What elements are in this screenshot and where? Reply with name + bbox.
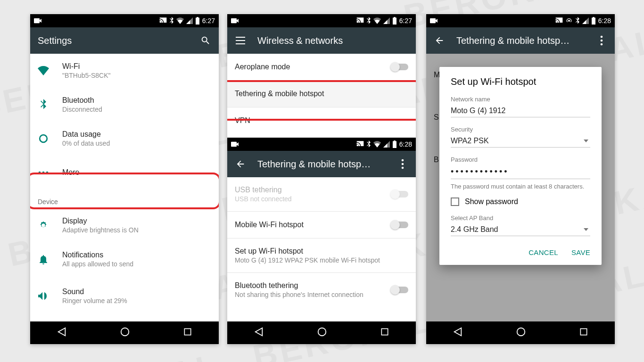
nav-bar: [227, 321, 416, 344]
row-subtitle: Ringer volume at 29%: [62, 297, 211, 304]
data-usage-icon: [38, 133, 49, 144]
brightness-icon: [38, 220, 49, 230]
more-vert-icon[interactable]: [397, 158, 408, 170]
row-title: More: [62, 168, 211, 177]
save-button[interactable]: SAVE: [571, 248, 590, 256]
row-setup-hotspot[interactable]: Set up Wi-Fi hotspot Moto G (4) 1912 WPA…: [227, 239, 416, 272]
back-arrow-icon[interactable]: [235, 158, 246, 170]
network-name-input[interactable]: Moto G (4) 1912: [451, 105, 590, 117]
camera-icon: [231, 141, 239, 147]
show-password-row[interactable]: Show password: [451, 197, 590, 206]
row-title: Notifications: [62, 251, 211, 259]
bell-icon: [38, 254, 49, 264]
svg-rect-9: [381, 329, 388, 335]
row-bluetooth[interactable]: Bluetooth Disconnected: [30, 88, 219, 122]
appbar-title: Wireless & networks: [257, 35, 408, 46]
wifi-icon: [176, 17, 184, 24]
row-title: Sound: [62, 288, 211, 296]
field-network-name[interactable]: Network name Moto G (4) 1912: [451, 96, 590, 117]
row-mobile-hotspot[interactable]: Mobile Wi-Fi hotspot: [227, 212, 416, 238]
svg-rect-4: [184, 329, 190, 335]
appbar-settings: Settings: [30, 27, 219, 54]
row-tethering[interactable]: Tethering & mobile hotspot: [227, 81, 416, 107]
status-bar: 6:27: [30, 14, 219, 27]
row-subtitle: USB not connected: [235, 195, 378, 203]
security-dropdown[interactable]: WPA2 PSK: [451, 135, 590, 148]
toggle-bluetooth-tethering[interactable]: [391, 287, 408, 293]
cast-icon: [356, 17, 364, 24]
field-password[interactable]: Password ••••••••••••: [451, 156, 590, 179]
recent-icon[interactable]: [183, 327, 192, 338]
row-title: Display: [62, 217, 211, 225]
status-time: 6:27: [399, 17, 412, 25]
row-wifi[interactable]: Wi-Fi "BTHub5-S8CK": [30, 54, 219, 88]
field-label: Password: [451, 156, 590, 163]
recent-icon[interactable]: [579, 327, 588, 338]
svg-point-7: [402, 167, 404, 169]
home-icon[interactable]: [317, 327, 327, 339]
ap-band-dropdown[interactable]: 2.4 GHz Band: [451, 223, 590, 236]
row-usb-tethering: USB tethering USB not connected: [227, 177, 416, 211]
back-icon[interactable]: [453, 327, 463, 339]
row-title: Data usage: [62, 130, 211, 139]
svg-point-6: [402, 163, 404, 165]
row-more[interactable]: More: [30, 156, 219, 189]
battery-icon: [392, 140, 397, 148]
camera-icon: [34, 18, 41, 24]
dialog-actions: CANCEL SAVE: [451, 245, 590, 260]
toggle-usb-tethering: [391, 191, 408, 197]
svg-rect-15: [580, 329, 586, 335]
bluetooth-icon: [366, 140, 371, 148]
appbar-title: Settings: [38, 35, 189, 46]
phone-screenshot-3: 6:28 Tethering & mobile hotsp… M S B Set…: [426, 14, 615, 344]
appbar-tethering: Tethering & mobile hotsp…: [227, 151, 416, 177]
signal-icon: [186, 17, 193, 24]
battery-icon: [195, 17, 200, 25]
section-device-label: Device: [30, 189, 219, 208]
wifi-icon: [38, 66, 49, 75]
row-notifications[interactable]: Notifications All apps allowed to send: [30, 242, 219, 276]
field-label: Security: [451, 126, 590, 133]
row-aeroplane[interactable]: Aeroplane mode: [227, 54, 416, 80]
row-display[interactable]: Display Adaptive brightness is ON: [30, 208, 219, 242]
cancel-button[interactable]: CANCEL: [528, 248, 558, 256]
row-title: Tethering & mobile hotspot: [235, 90, 408, 98]
appbar-wireless: Wireless & networks: [227, 27, 416, 54]
back-icon[interactable]: [254, 327, 264, 339]
home-icon[interactable]: [120, 327, 130, 339]
row-bluetooth-tethering[interactable]: Bluetooth tethering Not sharing this pho…: [227, 273, 416, 307]
appbar-title: Tethering & mobile hotsp…: [257, 159, 386, 170]
device-section: Display Adaptive brightness is ON Notifi…: [30, 208, 219, 310]
back-icon[interactable]: [57, 327, 67, 339]
row-vpn[interactable]: VPN: [227, 107, 416, 134]
wifi-icon: [373, 17, 381, 24]
signal-icon: [383, 17, 390, 24]
status-time: 6:28: [399, 140, 412, 148]
home-icon[interactable]: [516, 327, 526, 339]
field-security[interactable]: Security WPA2 PSK: [451, 126, 590, 148]
toggle-aeroplane[interactable]: [391, 64, 408, 70]
wifi-icon: [373, 141, 381, 148]
more-horiz-icon: [38, 171, 49, 174]
nav-bar: [30, 321, 219, 344]
menu-icon[interactable]: [235, 35, 246, 46]
checkbox-show-password[interactable]: [451, 197, 459, 206]
svg-point-5: [402, 159, 404, 162]
password-hint: The password must contain at least 8 cha…: [451, 183, 590, 190]
row-title: Mobile Wi-Fi hotspot: [235, 221, 378, 229]
row-data-usage[interactable]: Data usage 0% of data used: [30, 122, 219, 156]
row-sound[interactable]: Sound Ringer volume at 29%: [30, 276, 219, 310]
status-time: 6:27: [202, 17, 215, 25]
row-subtitle: Adaptive brightness is ON: [62, 226, 211, 234]
svg-point-2: [46, 172, 49, 174]
field-label: Select AP Band: [451, 214, 590, 222]
password-input[interactable]: ••••••••••••: [451, 165, 590, 179]
field-ap-band[interactable]: Select AP Band 2.4 GHz Band: [451, 214, 590, 236]
cast-icon: [356, 141, 364, 148]
wifi-hotspot-dialog: Set up Wi-Fi hotspot Network name Moto G…: [439, 67, 602, 265]
search-icon[interactable]: [200, 35, 211, 46]
row-title: USB tethering: [235, 186, 378, 194]
row-title: Set up Wi-Fi hotspot: [235, 247, 408, 255]
toggle-mobile-hotspot[interactable]: [391, 222, 408, 228]
recent-icon[interactable]: [380, 327, 389, 338]
